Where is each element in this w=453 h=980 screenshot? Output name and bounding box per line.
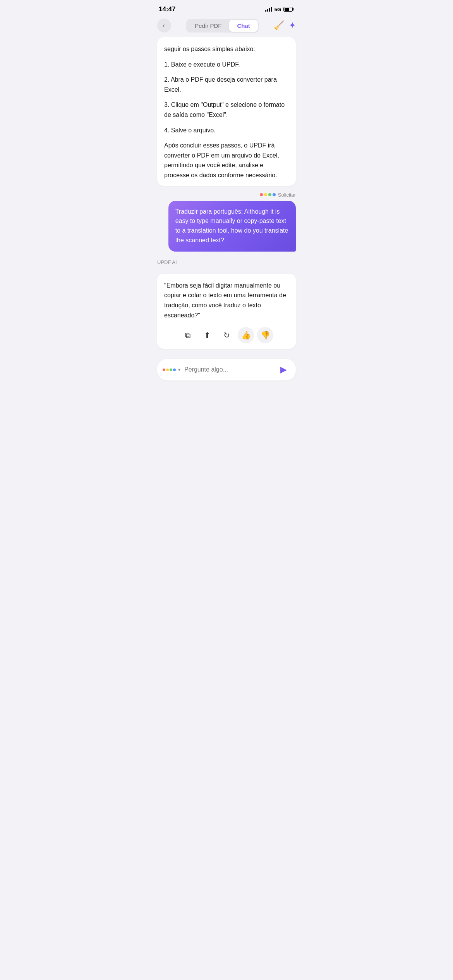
nav-actions: 🧹 ✦ bbox=[274, 21, 296, 31]
input-dot-red bbox=[163, 368, 165, 371]
input-colored-dots bbox=[163, 368, 176, 371]
refresh-icon: ↻ bbox=[223, 331, 230, 340]
user-message-text: Traduzir para português: Although it is … bbox=[175, 208, 288, 243]
5g-indicator: 5G bbox=[275, 7, 281, 12]
input-container: ▾ ▶ bbox=[157, 359, 296, 380]
thumbs-up-icon: 👍 bbox=[241, 331, 251, 340]
copy-icon: ⧉ bbox=[185, 331, 190, 340]
ai-step4-text: 4. Salve o arquivo. bbox=[164, 125, 289, 135]
thumbs-up-button[interactable]: 👍 bbox=[238, 327, 254, 343]
chat-input[interactable] bbox=[184, 366, 273, 373]
status-icons: 5G bbox=[265, 7, 294, 12]
back-button[interactable]: ‹ bbox=[157, 19, 171, 33]
nav-tabs: Pedir PDF Chat bbox=[186, 19, 259, 33]
sparkle-icon[interactable]: ✦ bbox=[289, 21, 296, 31]
tab-pedir-pdf[interactable]: Pedir PDF bbox=[187, 20, 229, 32]
input-area: ▾ ▶ bbox=[151, 355, 302, 391]
action-bar: ⧉ ⬆ ↻ 👍 👎 bbox=[164, 327, 289, 343]
thumbs-down-button[interactable]: 👎 bbox=[257, 327, 273, 343]
user-message-bubble: Traduzir para português: Although it is … bbox=[168, 201, 296, 252]
tab-chat[interactable]: Chat bbox=[229, 20, 257, 32]
ai-step1-text: 1. Baixe e execute o UPDF. bbox=[164, 60, 289, 70]
share-icon: ⬆ bbox=[204, 331, 211, 340]
brush-icon[interactable]: 🧹 bbox=[274, 21, 284, 31]
nav-bar: ‹ Pedir PDF Chat 🧹 ✦ bbox=[151, 15, 302, 37]
input-dot-yellow bbox=[166, 368, 169, 371]
back-arrow-icon: ‹ bbox=[163, 22, 165, 29]
colored-dots-icon bbox=[260, 193, 276, 196]
ai-step2-text: 2. Abra o PDF que deseja converter para … bbox=[164, 75, 289, 94]
user-section: Solicitar Traduzir para português: Altho… bbox=[157, 192, 296, 252]
status-time: 14:47 bbox=[159, 5, 175, 13]
input-dot-blue bbox=[173, 368, 176, 371]
ai-step3-text: 3. Clique em "Output" e selecione o form… bbox=[164, 100, 289, 120]
ai-message-bubble-1: seguir os passos simples abaixo: 1. Baix… bbox=[157, 37, 296, 186]
thumbs-down-icon: 👎 bbox=[261, 331, 270, 340]
ai-intro-text: seguir os passos simples abaixo: bbox=[164, 44, 289, 54]
updf-ai-label: UPDF AI bbox=[157, 258, 296, 267]
signal-bars-icon bbox=[265, 7, 272, 12]
battery-icon bbox=[283, 7, 294, 12]
input-chevron-icon[interactable]: ▾ bbox=[178, 367, 180, 372]
send-icon: ▶ bbox=[280, 365, 287, 375]
input-left-controls: ▾ bbox=[163, 367, 180, 372]
user-section-label: Solicitar bbox=[260, 192, 296, 198]
send-button[interactable]: ▶ bbox=[276, 363, 290, 377]
ai-message-bubble-2: "Embora seja fácil digitar manualmente o… bbox=[157, 274, 296, 349]
share-button[interactable]: ⬆ bbox=[199, 327, 215, 343]
input-dot-green bbox=[170, 368, 172, 371]
ai-conclusion-text: Após concluir esses passos, o UPDF irá c… bbox=[164, 140, 289, 180]
copy-button[interactable]: ⧉ bbox=[180, 327, 196, 343]
ai-response-text: "Embora seja fácil digitar manualmente o… bbox=[164, 281, 289, 320]
chat-content: seguir os passos simples abaixo: 1. Baix… bbox=[151, 37, 302, 355]
solicitar-label: Solicitar bbox=[278, 192, 296, 198]
status-bar: 14:47 5G bbox=[151, 0, 302, 15]
refresh-button[interactable]: ↻ bbox=[218, 327, 235, 343]
